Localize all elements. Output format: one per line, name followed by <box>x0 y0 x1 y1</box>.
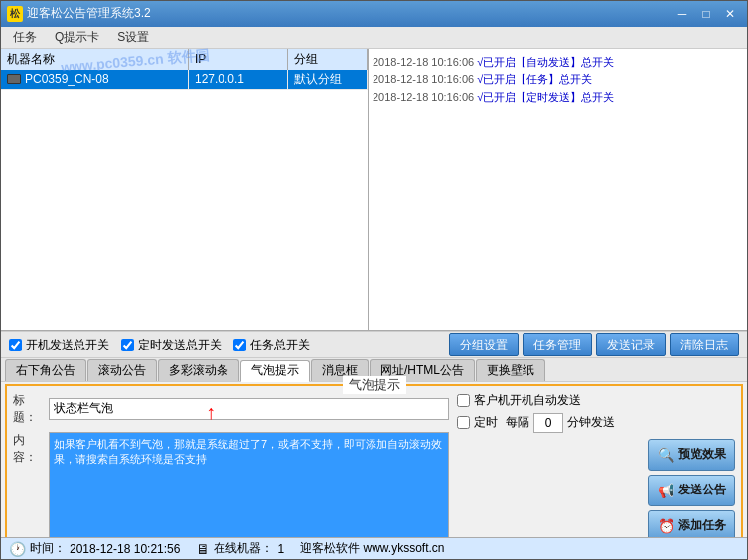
title-bar-text: 迎客松公告管理系统3.2 <box>27 5 672 22</box>
title-label: 标题： <box>13 392 43 426</box>
bubble-form: 标题： 内容： 如果客户机看不到气泡，那就是系统超过了7，或者不支持，即可添加自… <box>13 392 449 549</box>
clock-icon: 🕐 <box>9 541 26 557</box>
client-auto-send-label: 客户机开机自动发送 <box>474 392 581 409</box>
machine-group-cell: 默认分组 <box>288 70 368 89</box>
log-time-2: 2018-12-18 10:16:06 <box>373 73 474 85</box>
auto-send-check-row: 客户机开机自动发送 <box>457 392 735 409</box>
timed-send-row: 定时 每隔 分钟发送 <box>457 413 735 433</box>
bubble-right-area: 客户机开机自动发送 定时 每隔 分钟发送 🔍 预览效果 <box>457 392 735 549</box>
tab-bottom-right[interactable]: 右下角公告 <box>5 359 86 381</box>
task-switch-checkbox[interactable] <box>233 339 246 351</box>
monitor-icon: 🖥 <box>196 541 210 557</box>
status-time: 🕐 时间： 2018-12-18 10:21:56 <box>9 540 180 557</box>
log-entry-3: 2018-12-18 10:16:06 √已开启【定时发送】总开关 <box>373 88 743 106</box>
clear-log-button[interactable]: 清除日志 <box>670 333 739 356</box>
main-content: 机器名称 IP 分组 PC0359_CN-08 127.0.0.1 默认分组 2… <box>1 49 747 332</box>
bubble-section: 气泡提示 ↑ 标题： 内容： 如果客户机看不到气泡，那就是系统超过了7，或者不支… <box>5 384 743 557</box>
send-icon: 📢 <box>657 482 674 499</box>
machine-icon <box>7 74 21 84</box>
status-brand: 迎客松软件 www.ykssoft.cn <box>300 540 444 557</box>
machine-name: PC0359_CN-08 <box>25 72 109 86</box>
tab-bubble[interactable]: 气泡提示 <box>240 360 310 382</box>
timed-unit-label: 分钟发送 <box>567 414 615 431</box>
machine-panel: 机器名称 IP 分组 PC0359_CN-08 127.0.0.1 默认分组 <box>1 49 369 331</box>
send-notice-button[interactable]: 📢 发送公告 <box>648 475 735 506</box>
online-count: 1 <box>277 542 284 556</box>
preview-icon: 🔍 <box>657 446 674 464</box>
status-online: 🖥 在线机器： 1 <box>196 540 284 557</box>
bubble-section-title: 气泡提示 <box>343 376 406 394</box>
controls-bar: 开机发送总开关 定时发送总开关 任务总开关 分组设置 任务管理 发送记录 清除日… <box>1 331 747 358</box>
machine-ip-cell: 127.0.0.1 <box>189 70 288 89</box>
menu-settings[interactable]: S设置 <box>109 27 157 47</box>
tab-wallpaper[interactable]: 更换壁纸 <box>476 359 545 381</box>
time-label: 时间： <box>30 540 66 557</box>
checkbox-auto-send: 开机发送总开关 <box>9 337 109 353</box>
log-time-3: 2018-12-18 10:16:06 <box>373 91 474 103</box>
brand-text: 迎客松软件 www.ykssoft.cn <box>300 540 444 557</box>
col-header-group: 分组 <box>288 49 368 70</box>
timed-send-checkbox[interactable] <box>121 339 134 351</box>
tab-colorful-scroll[interactable]: 多彩滚动条 <box>158 359 239 381</box>
close-button[interactable]: ✕ <box>719 4 741 24</box>
log-entry-2: 2018-12-18 10:16:06 √已开启【任务】总开关 <box>373 70 743 88</box>
timed-checkbox[interactable] <box>457 416 470 429</box>
auto-send-label: 开机发送总开关 <box>26 337 109 353</box>
task-switch-label: 任务总开关 <box>250 337 310 353</box>
machine-name-cell: PC0359_CN-08 <box>1 70 189 89</box>
group-settings-button[interactable]: 分组设置 <box>449 333 519 356</box>
bubble-checkboxes: 客户机开机自动发送 定时 每隔 分钟发送 <box>457 392 735 433</box>
table-header: 机器名称 IP 分组 <box>1 49 368 70</box>
time-value: 2018-12-18 10:21:56 <box>70 542 180 556</box>
action-buttons: 分组设置 任务管理 发送记录 清除日志 <box>449 333 739 356</box>
every-label: 每隔 <box>506 414 529 431</box>
log-msg-3: √已开启【定时发送】总开关 <box>477 91 614 103</box>
app-icon: 松 <box>7 6 23 22</box>
preview-label: 预览效果 <box>678 446 726 463</box>
tab-scroll[interactable]: 滚动公告 <box>87 359 157 381</box>
col-header-name: 机器名称 <box>1 49 189 70</box>
status-bar: 🕐 时间： 2018-12-18 10:21:56 🖥 在线机器： 1 迎客松软… <box>1 537 747 559</box>
auto-send-checkbox[interactable] <box>9 339 22 351</box>
bubble-title-row: 标题： <box>13 392 449 426</box>
online-label: 在线机器： <box>214 540 273 557</box>
preview-button[interactable]: 🔍 预览效果 <box>648 439 735 471</box>
timed-send-label: 定时发送总开关 <box>138 337 222 353</box>
log-panel: 2018-12-18 10:16:06 √已开启【自动发送】总开关 2018-1… <box>369 49 747 331</box>
timed-label: 定时 <box>474 414 498 431</box>
content-label: 内容： <box>13 432 43 549</box>
checkbox-task-switch: 任务总开关 <box>233 337 310 353</box>
log-msg-1: √已开启【自动发送】总开关 <box>477 56 614 68</box>
app-window: 松 迎客松公告管理系统3.2 ─ □ ✕ 任务 Q提示卡 S设置 www.pc0… <box>0 0 748 560</box>
log-time-1: 2018-12-18 10:16:06 <box>373 56 474 68</box>
minimize-button[interactable]: ─ <box>672 4 693 24</box>
bubble-content: 标题： 内容： 如果客户机看不到气泡，那就是系统超过了7，或者不支持，即可添加自… <box>7 386 741 555</box>
menu-qtip[interactable]: Q提示卡 <box>47 27 107 47</box>
timed-value-input[interactable] <box>533 413 563 433</box>
menu-bar: 任务 Q提示卡 S设置 www.pc0359.cn 软件园 <box>1 27 747 49</box>
send-label: 发送公告 <box>678 482 726 498</box>
checkbox-timed-send: 定时发送总开关 <box>121 337 222 353</box>
bubble-title-input[interactable] <box>49 398 449 420</box>
title-bar-controls: ─ □ ✕ <box>672 4 741 24</box>
maximize-button[interactable]: □ <box>695 4 717 24</box>
col-header-ip: IP <box>189 49 288 70</box>
bubble-content-row: 内容： 如果客户机看不到气泡，那就是系统超过了7，或者不支持，即可添加自动滚动效… <box>13 432 449 549</box>
title-bar: 松 迎客松公告管理系统3.2 ─ □ ✕ <box>1 1 747 27</box>
task-manage-button[interactable]: 任务管理 <box>523 333 592 356</box>
send-record-button[interactable]: 发送记录 <box>596 333 666 356</box>
add-task-label: 添加任务 <box>678 517 726 534</box>
table-row[interactable]: PC0359_CN-08 127.0.0.1 默认分组 <box>1 70 368 90</box>
log-entry-1: 2018-12-18 10:16:06 √已开启【自动发送】总开关 <box>373 53 743 70</box>
menu-task[interactable]: 任务 <box>5 27 45 47</box>
add-task-icon: ⏰ <box>657 517 674 535</box>
bubble-content-textarea[interactable]: 如果客户机看不到气泡，那就是系统超过了7，或者不支持，即可添加自动滚动效果，请搜… <box>50 433 448 548</box>
content-area: 如果客户机看不到气泡，那就是系统超过了7，或者不支持，即可添加自动滚动效果，请搜… <box>49 432 449 549</box>
client-auto-send-checkbox[interactable] <box>457 394 470 407</box>
log-msg-2: √已开启【任务】总开关 <box>477 73 592 85</box>
machine-table-body: PC0359_CN-08 127.0.0.1 默认分组 <box>1 70 368 331</box>
